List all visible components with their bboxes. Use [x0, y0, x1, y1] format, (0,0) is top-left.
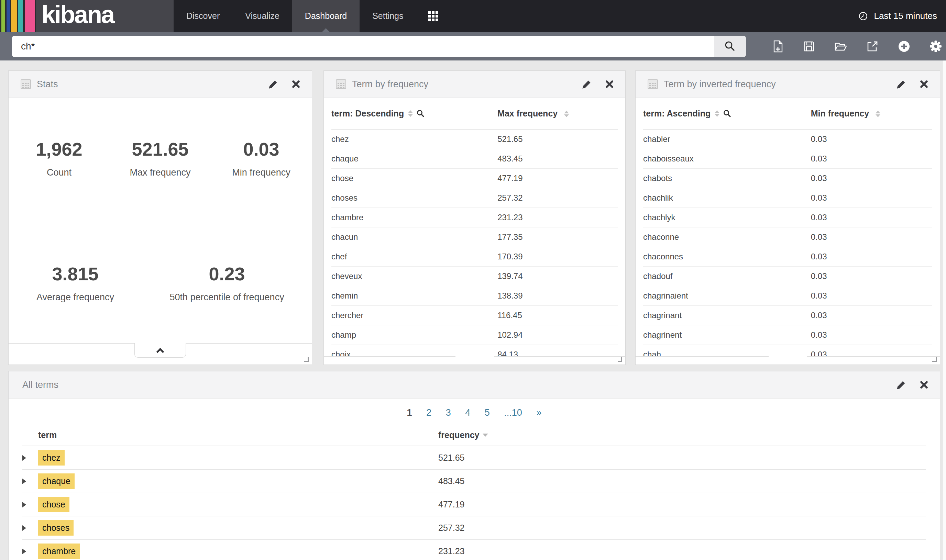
- term-cell[interactable]: chaboisseaux: [643, 154, 811, 163]
- filter-search-icon[interactable]: [416, 109, 425, 117]
- term-cell[interactable]: chagrinant: [643, 311, 811, 320]
- value-cell[interactable]: 477.19: [498, 174, 618, 183]
- save-dashboard-button[interactable]: [802, 40, 816, 53]
- panel-stats-header[interactable]: Stats: [9, 71, 312, 98]
- term-cell[interactable]: chose: [331, 174, 498, 183]
- value-cell[interactable]: 521.65: [498, 134, 618, 144]
- value-cell[interactable]: 0.03: [811, 154, 932, 163]
- term-cell[interactable]: chaconnes: [643, 252, 811, 262]
- value-cell[interactable]: 116.45: [498, 311, 618, 320]
- highlighted-term[interactable]: choses: [38, 520, 74, 535]
- panel-header[interactable]: Term by inverted frequency: [636, 71, 940, 98]
- table-scrollbar[interactable]: [324, 356, 625, 365]
- value-cell[interactable]: 483.45: [498, 154, 618, 163]
- term-cell[interactable]: chachlyk: [643, 213, 811, 222]
- term-cell[interactable]: chez: [331, 134, 498, 144]
- filter-search-icon[interactable]: [723, 109, 731, 117]
- search-button[interactable]: [714, 36, 746, 57]
- value-cell[interactable]: 0.03: [811, 271, 932, 281]
- sort-icon[interactable]: [564, 111, 569, 117]
- nav-item-visualize[interactable]: Visualize: [233, 0, 292, 32]
- page-next[interactable]: »: [536, 408, 541, 418]
- term-cell[interactable]: chemin: [331, 291, 498, 301]
- page-2[interactable]: 2: [426, 408, 431, 418]
- edit-panel-button[interactable]: [897, 380, 906, 389]
- panel-header[interactable]: All terms: [9, 371, 940, 398]
- page-10[interactable]: ...10: [504, 408, 522, 418]
- timepicker-button[interactable]: Last 15 minutes: [858, 0, 946, 32]
- add-visualization-button[interactable]: [897, 40, 911, 53]
- expand-row-button[interactable]: [22, 549, 38, 554]
- term-cell[interactable]: chercher: [331, 311, 498, 320]
- column-header-min-frequency[interactable]: Min frequency: [811, 109, 932, 118]
- page-3[interactable]: 3: [446, 408, 451, 418]
- panel-resize-handle[interactable]: [304, 357, 309, 362]
- spy-toggle-button[interactable]: [769, 356, 807, 365]
- term-cell[interactable]: chachlik: [643, 193, 811, 203]
- term-cell[interactable]: chagrinent: [643, 330, 811, 340]
- spy-toggle-button[interactable]: [134, 343, 186, 358]
- nav-item-discover[interactable]: Discover: [174, 0, 233, 32]
- value-cell[interactable]: 170.39: [498, 252, 618, 262]
- term-cell[interactable]: chabler: [643, 134, 811, 144]
- value-cell[interactable]: 0.03: [811, 134, 932, 144]
- panel-header[interactable]: Term by frequency: [324, 71, 625, 98]
- highlighted-term[interactable]: chose: [38, 497, 69, 512]
- value-cell[interactable]: 0.03: [811, 193, 932, 203]
- new-dashboard-button[interactable]: [771, 40, 784, 53]
- value-cell[interactable]: 0.03: [811, 213, 932, 222]
- term-cell[interactable]: cheveux: [331, 271, 498, 281]
- nav-item-settings[interactable]: Settings: [359, 0, 416, 32]
- panel-resize-handle[interactable]: [618, 357, 622, 362]
- expand-row-button[interactable]: [22, 455, 38, 461]
- term-cell[interactable]: champ: [331, 330, 498, 340]
- term-cell[interactable]: chef: [331, 252, 498, 262]
- highlighted-term[interactable]: chez: [38, 450, 65, 466]
- nav-item-dashboard[interactable]: Dashboard: [292, 0, 359, 32]
- edit-panel-button[interactable]: [897, 79, 906, 89]
- value-cell[interactable]: 102.94: [498, 330, 618, 340]
- value-cell[interactable]: 138.39: [498, 291, 618, 301]
- sort-icon[interactable]: [715, 110, 720, 117]
- sort-icon[interactable]: [408, 110, 413, 117]
- value-cell[interactable]: 177.35: [498, 232, 618, 242]
- remove-panel-button[interactable]: [920, 381, 928, 389]
- column-header-max-frequency[interactable]: Max frequency: [498, 109, 618, 118]
- column-header-frequency[interactable]: frequency: [438, 430, 926, 440]
- term-cell[interactable]: choses: [331, 193, 498, 203]
- column-header-term[interactable]: term: Descending: [331, 109, 498, 118]
- kibana-logo[interactable]: kibana: [0, 0, 174, 32]
- value-cell[interactable]: 139.74: [498, 271, 618, 281]
- apps-menu-button[interactable]: [416, 0, 450, 32]
- search-input[interactable]: [12, 36, 714, 57]
- expand-row-button[interactable]: [22, 502, 38, 508]
- sort-icon[interactable]: [875, 111, 880, 117]
- value-cell[interactable]: 0.03: [811, 174, 932, 183]
- value-cell[interactable]: 0.03: [811, 252, 932, 262]
- open-dashboard-button[interactable]: [834, 40, 848, 53]
- page-5[interactable]: 5: [485, 408, 490, 418]
- term-cell[interactable]: chaconne: [643, 232, 811, 242]
- column-header-term[interactable]: term: [38, 430, 438, 440]
- value-cell[interactable]: 231.23: [498, 213, 618, 222]
- value-cell[interactable]: 0.03: [811, 330, 932, 340]
- share-dashboard-button[interactable]: [866, 40, 879, 53]
- page-1[interactable]: 1: [407, 408, 412, 418]
- value-cell[interactable]: 0.03: [811, 311, 932, 320]
- term-cell[interactable]: chagrinaient: [643, 291, 811, 301]
- column-header-term[interactable]: term: Ascending: [643, 109, 811, 118]
- value-cell[interactable]: 0.03: [811, 291, 932, 301]
- value-cell[interactable]: 257.32: [498, 193, 618, 203]
- expand-row-button[interactable]: [22, 525, 38, 531]
- panel-resize-handle[interactable]: [932, 357, 937, 362]
- page-4[interactable]: 4: [465, 408, 470, 418]
- highlighted-term[interactable]: chambre: [38, 543, 80, 559]
- options-button[interactable]: [929, 40, 943, 53]
- expand-row-button[interactable]: [22, 478, 38, 484]
- table-scrollbar[interactable]: [636, 356, 940, 365]
- browser-scrollbar[interactable]: [942, 60, 946, 560]
- remove-panel-button[interactable]: [606, 80, 613, 88]
- term-cell[interactable]: chambre: [331, 213, 498, 222]
- term-cell[interactable]: chaque: [331, 154, 498, 163]
- remove-panel-button[interactable]: [920, 80, 928, 88]
